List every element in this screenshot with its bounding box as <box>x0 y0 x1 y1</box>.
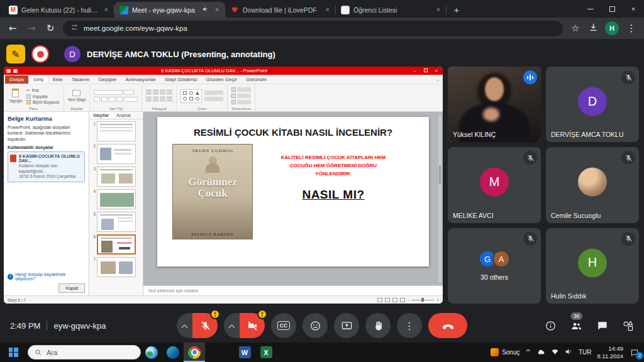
ribbon-tab-dosya[interactable]: Dosya <box>5 75 28 84</box>
network-icon[interactable] <box>551 348 559 357</box>
numbering-button[interactable] <box>153 90 158 95</box>
ppt-close-button[interactable]: × <box>432 68 440 74</box>
shapes-gallery[interactable] <box>180 89 202 103</box>
back-button[interactable]: ← <box>6 23 19 34</box>
camera-options-chevron[interactable] <box>224 313 240 338</box>
window-minimize-button[interactable] <box>580 0 601 18</box>
slide-thumbnail[interactable]: 5 <box>91 212 142 232</box>
record-icon[interactable] <box>31 45 49 63</box>
tab-ilovepdf[interactable]: ♥ Download file | iLovePDF × <box>225 2 336 18</box>
ribbon-tab-tasarim[interactable]: Tasarım <box>67 75 94 84</box>
present-button[interactable] <box>334 313 359 338</box>
slide-canvas[interactable]: RESİMLİ ÇOCUK KİTABI NASIL İNCELENİR? TR… <box>143 112 443 285</box>
tab-audio-icon[interactable] <box>202 6 209 14</box>
tab-slaytlar[interactable]: Slaytlar <box>89 112 113 119</box>
ppt-minimize-button[interactable]: – <box>411 68 419 74</box>
edge-icon[interactable] <box>162 343 184 362</box>
chat-button[interactable] <box>596 320 608 332</box>
profile-avatar[interactable]: H <box>605 21 619 35</box>
tab-anahat[interactable]: Anahat <box>113 112 134 119</box>
font-name-box[interactable] <box>94 90 123 95</box>
participant-tile-melike[interactable]: M MELIKE AVCI <box>448 147 541 222</box>
more-options-button[interactable]: ⋮ <box>397 313 422 338</box>
ribbon-tab-ekle[interactable]: Ekle <box>48 75 67 84</box>
taskbar-search[interactable]: Ara <box>28 345 141 359</box>
mic-options-chevron[interactable] <box>177 313 192 338</box>
site-settings-icon[interactable] <box>70 23 79 34</box>
font-color-button[interactable] <box>124 97 138 102</box>
participant-tile-dervise[interactable]: D DERVİŞE AMCA TOKLU <box>546 67 639 142</box>
indent-button[interactable] <box>160 90 165 95</box>
ribbon-tab-animasyonlar[interactable]: Animasyonlar <box>121 75 160 84</box>
recovery-close-button[interactable]: Kapat <box>58 283 85 293</box>
meeting-details-button[interactable] <box>545 320 557 332</box>
end-call-button[interactable] <box>428 313 467 338</box>
language-indicator[interactable]: TUR <box>579 349 592 356</box>
font-size-box[interactable] <box>124 90 134 95</box>
downloads-icon[interactable] <box>588 22 599 35</box>
undo-icon[interactable] <box>13 69 18 73</box>
align-center-button[interactable] <box>153 97 158 102</box>
participant-tile-others[interactable]: G A 30 others <box>448 228 541 304</box>
notes-pane[interactable]: Not eklemek için tıklatın <box>143 285 443 295</box>
new-tab-button[interactable]: + <box>449 2 464 17</box>
reading-view-icon[interactable] <box>392 298 397 302</box>
slide-scrollbar[interactable] <box>438 114 442 283</box>
participant-tile-cemile[interactable]: Cemile Sucuoglu <box>546 147 639 222</box>
activities-button[interactable] <box>622 320 634 332</box>
ribbon-tab-gorunum[interactable]: Görünüm <box>242 75 271 84</box>
justify-button[interactable] <box>167 97 172 102</box>
ribbon-collapse-icon[interactable]: ^ <box>436 78 439 84</box>
slide-thumbnail[interactable]: 4 <box>91 189 142 209</box>
shadow-button[interactable] <box>116 97 123 102</box>
raise-hand-button[interactable] <box>365 313 391 338</box>
copy-button[interactable]: Kopyala <box>26 94 60 99</box>
refresh-button[interactable]: ↻ <box>44 23 57 34</box>
zoom-slider[interactable] <box>411 300 434 300</box>
align-right-button[interactable] <box>160 97 165 102</box>
zoom-out-icon[interactable]: - <box>408 298 409 302</box>
bold-button[interactable] <box>94 97 100 102</box>
reactions-button[interactable] <box>303 313 328 338</box>
tab-meet[interactable]: Meet - eyw-gqwv-kpa × <box>114 2 225 18</box>
tab-student-list[interactable]: Öğrenci Listesi × <box>336 2 447 18</box>
slide-thumbnail[interactable]: 1 <box>91 121 142 141</box>
cut-button[interactable]: ✂Kes <box>26 88 60 93</box>
menu-icon[interactable]: ⋮ <box>625 23 638 34</box>
italic-button[interactable] <box>101 97 108 102</box>
normal-view-icon[interactable] <box>377 298 382 302</box>
ribbon-tab-slayt-gosterisi[interactable]: Slayt Gösterisi <box>160 75 202 84</box>
ppt-maximize-button[interactable] <box>421 68 430 74</box>
recovered-file-item[interactable]: 6 KASIM-ÇOCUKTA OLUMLU DAV... Kullanıcı … <box>8 151 85 182</box>
address-bar[interactable]: meet.google.com/eyw-gqwv-kpa <box>63 21 563 36</box>
hidden-icons-chevron[interactable]: ^ <box>525 349 530 356</box>
window-maximize-button[interactable] <box>601 0 623 18</box>
word-icon[interactable]: W <box>234 343 255 362</box>
start-button[interactable] <box>0 343 26 362</box>
excel-icon[interactable]: X <box>255 343 277 362</box>
format-painter-button[interactable]: Biçim Boyacısı <box>26 100 60 104</box>
bookmark-star-icon[interactable]: ☆ <box>569 23 582 34</box>
ribbon-tab-gecisler[interactable]: Geçişler <box>94 75 121 84</box>
arrange-button[interactable] <box>204 90 223 95</box>
zoom-in-icon[interactable]: + <box>436 298 439 302</box>
ppt-title-bar[interactable]: 6 KASIM-ÇOCUKTA OLUMLU DAV... - PowerPoi… <box>4 67 443 75</box>
tab-close-icon[interactable]: × <box>213 6 221 14</box>
quick-styles-button[interactable] <box>204 97 223 101</box>
taskbar-clock[interactable]: 14:49 8.11.2024 <box>597 345 623 360</box>
sorter-view-icon[interactable] <box>385 298 390 302</box>
ribbon-tab-giris[interactable]: Giriş <box>28 75 48 84</box>
bullets-button[interactable] <box>146 90 152 95</box>
onedrive-icon[interactable] <box>536 348 545 358</box>
recovery-help-link[interactable]: ? Hangi dosyayı kaydetmek istiyorum? <box>8 272 85 281</box>
spacing-button[interactable] <box>167 90 172 95</box>
participant-tile-hulin[interactable]: H Hulin Sıddık <box>546 228 639 304</box>
window-close-button[interactable]: × <box>623 0 644 18</box>
slideshow-view-icon[interactable] <box>400 298 405 302</box>
slide-thumbnail-selected[interactable]: 6 <box>91 234 142 255</box>
underline-button[interactable] <box>109 97 115 102</box>
tab-close-icon[interactable]: × <box>323 6 332 14</box>
save-icon[interactable] <box>6 69 11 73</box>
tab-close-icon[interactable]: × <box>434 6 443 14</box>
forward-button[interactable]: → <box>25 23 38 34</box>
